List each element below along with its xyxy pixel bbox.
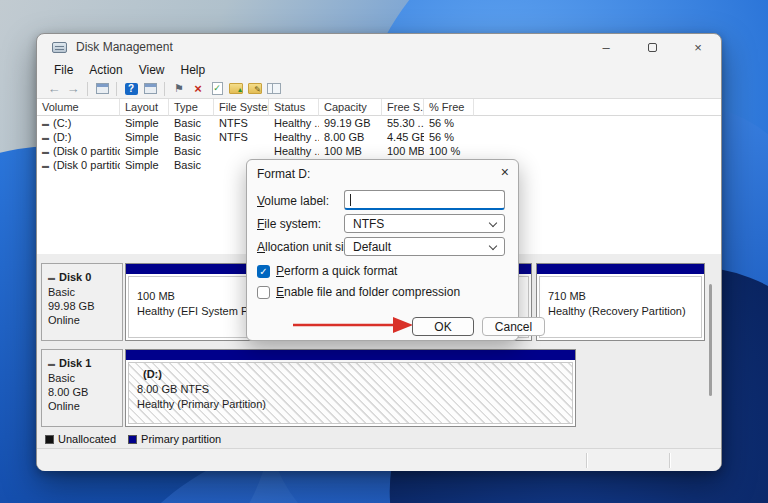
volume-icon: ▬ [42,134,49,141]
dialog-title: Format D: [257,167,310,181]
column-header-filler [474,99,721,116]
ok-button[interactable]: OK [412,317,474,336]
folder-edit-icon[interactable]: ✎ [247,81,263,96]
cell-status: Healthy ... [269,131,319,143]
cell-pct-free: 100 % [424,145,474,157]
maximize-button[interactable] [629,34,675,60]
cell-volume: (Disk 0 partitio... [53,159,120,171]
toolbar-separator [87,82,88,96]
status-bar-separator [586,453,587,468]
title-bar: Disk Management – × [37,34,721,60]
details-view-icon[interactable] [266,81,282,96]
file-system-select[interactable]: NTFS [344,214,505,233]
disk-status: Online [48,399,122,413]
volume-row-d[interactable]: ▬(D:) Simple Basic NTFS Healthy ... 8.00… [37,130,721,144]
disk-size: 8.00 GB [48,385,122,399]
cell-capacity: 8.00 GB [319,131,382,143]
compression-label: Enable file and folder compression [276,285,460,299]
disk-status: Online [48,313,122,327]
cell-type: Basic [169,117,214,129]
volume-icon: ▬ [42,162,49,169]
vertical-scrollbar[interactable] [709,284,712,396]
folder-open-icon[interactable]: ▴ [228,81,244,96]
volume-row-c[interactable]: ▬(C:) Simple Basic NTFS Healthy ... 99.1… [37,116,721,130]
partition-status: Healthy (Primary Partition) [137,397,572,412]
volume-label-input[interactable] [344,190,505,210]
check-document-icon[interactable]: ✓ [209,81,225,96]
disk-icon: ▬ [48,360,55,367]
disk-type: Basic [48,371,122,385]
menu-file[interactable]: File [46,63,81,77]
column-header-volume[interactable]: Volume [37,99,120,116]
forward-icon[interactable]: → [65,81,81,96]
volume-label-label: Volume label: [257,194,329,208]
format-dialog: Format D: × Volume label: File system: N… [246,159,519,341]
delete-volume-icon[interactable]: × [190,81,206,96]
cell-capacity: 99.19 GB [319,117,382,129]
quick-format-checkbox-row[interactable]: ✓ Perform a quick format [257,264,397,278]
cell-status: Healthy ... [269,117,319,129]
partition-color-bar [126,350,575,360]
partition-color-bar [537,264,704,274]
cell-free-space: 4.45 GB [382,131,424,143]
column-header-filesystem[interactable]: File System [214,99,269,116]
cell-layout: Simple [120,117,169,129]
cell-capacity: 100 MB [319,145,382,157]
volume-row-disk0-partition-1[interactable]: ▬(Disk 0 partitio... Simple Basic Health… [37,144,721,158]
pointer-icon[interactable]: ⚑ [171,81,187,96]
back-icon[interactable]: ← [46,81,62,96]
file-system-value: NTFS [353,217,384,231]
minimize-button[interactable]: – [583,34,629,60]
partition-size: 8.00 GB NTFS [137,382,572,397]
properties-window-icon[interactable] [142,81,158,96]
disk-name: Disk 1 [59,357,91,369]
chevron-down-icon [489,219,497,227]
disk-type: Basic [48,285,122,299]
column-header-capacity[interactable]: Capacity [319,99,382,116]
checkbox-unchecked-icon[interactable] [257,286,270,299]
column-header-status[interactable]: Status [269,99,319,116]
legend-primary-swatch [128,435,137,444]
cell-layout: Simple [120,131,169,143]
disk-icon: ▬ [48,274,55,281]
text-caret [350,194,351,206]
toolbar: ← → ? ⚑ × ✓ ▴ ✎ [37,79,721,98]
disk-0-label-panel[interactable]: ▬Disk 0 Basic 99.98 GB Online [41,263,123,341]
disk-1-label-panel[interactable]: ▬Disk 1 Basic 8.00 GB Online [41,349,123,427]
volume-table-header: Volume Layout Type File System Status Ca… [37,99,721,116]
legend-unallocated-label: Unallocated [58,433,116,445]
partition-recovery[interactable]: 710 MB Healthy (Recovery Partition) [536,263,705,341]
console-window-icon[interactable] [94,81,110,96]
cell-pct-free: 56 % [424,117,474,129]
column-header-pct-free[interactable]: % Free [424,99,474,116]
help-icon[interactable]: ? [123,81,139,96]
cell-filesystem: NTFS [214,131,269,143]
allocation-unit-select[interactable]: Default [344,237,505,256]
file-system-label: File system: [257,217,321,231]
cancel-button[interactable]: Cancel [482,317,545,336]
cell-filesystem: NTFS [214,117,269,129]
column-header-layout[interactable]: Layout [120,99,169,116]
cell-layout: Simple [120,159,169,171]
column-header-free-space[interactable]: Free S... [382,99,424,116]
window-title: Disk Management [76,40,173,54]
disk-1-block: ▬Disk 1 Basic 8.00 GB Online (D:) 8.00 G… [37,349,721,427]
close-button[interactable]: × [675,34,721,60]
menu-action[interactable]: Action [81,63,130,77]
compression-checkbox-row[interactable]: Enable file and folder compression [257,285,460,299]
legend-bar: Unallocated Primary partition [37,430,721,448]
menu-view[interactable]: View [131,63,173,77]
dialog-close-icon[interactable]: × [501,164,509,180]
checkbox-checked-icon[interactable]: ✓ [257,265,270,278]
disk-management-window: Disk Management – × File Action View Hel… [36,33,722,471]
legend-primary-label: Primary partition [141,433,221,445]
allocation-unit-value: Default [353,240,391,254]
column-header-type[interactable]: Type [169,99,214,116]
menu-help[interactable]: Help [173,63,214,77]
cell-volume: (D:) [53,131,71,143]
partition-d-formatting[interactable]: (D:) 8.00 GB NTFS Healthy (Primary Parti… [125,349,576,427]
status-bar [37,448,721,471]
cell-free-space: 100 MB [382,145,424,157]
legend-unallocated-swatch [45,435,54,444]
cell-layout: Simple [120,145,169,157]
